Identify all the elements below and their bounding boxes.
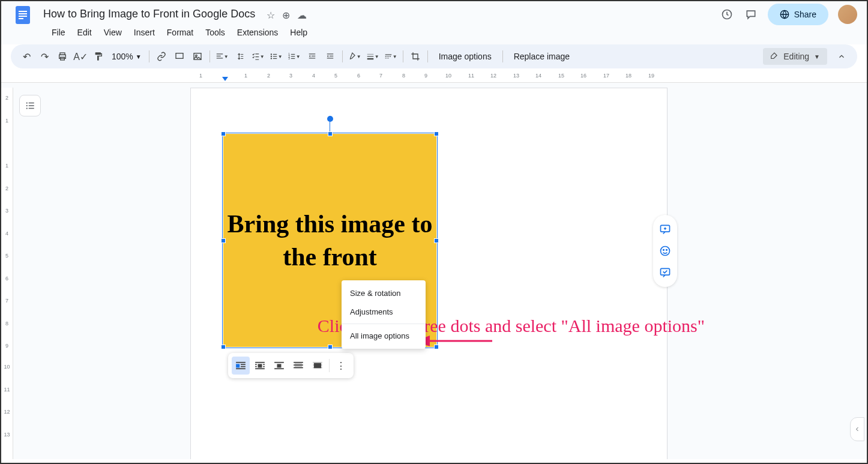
wrap-text-button[interactable] — [251, 357, 269, 375]
emoji-reaction-button[interactable] — [656, 241, 675, 261]
svg-point-74 — [26, 105, 28, 106]
svg-rect-15 — [217, 58, 223, 58]
border-weight-button[interactable]: ▼ — [364, 48, 381, 65]
spellcheck-button[interactable]: A✓ — [72, 48, 89, 65]
doc-title[interactable]: How to Bring Image to Front in Google Do… — [40, 7, 259, 21]
ctx-all-image-options[interactable]: All image options — [342, 327, 426, 345]
bullet-list-button[interactable]: ▼ — [268, 48, 285, 65]
svg-rect-36 — [367, 58, 374, 59]
print-button[interactable] — [54, 48, 71, 65]
menu-insert[interactable]: Insert — [129, 25, 160, 40]
svg-rect-60 — [294, 362, 303, 363]
crop-button[interactable] — [407, 48, 424, 65]
svg-rect-52 — [255, 366, 257, 367]
svg-rect-37 — [385, 55, 392, 55]
border-dash-button[interactable]: ▼ — [382, 48, 399, 65]
undo-button[interactable]: ↶ — [18, 48, 35, 65]
comment-button[interactable] — [171, 48, 188, 65]
svg-rect-0 — [16, 6, 30, 24]
history-icon[interactable] — [720, 7, 734, 22]
svg-rect-51 — [255, 364, 257, 365]
suggest-edits-button[interactable] — [656, 263, 675, 282]
menu-format[interactable]: Format — [162, 25, 198, 40]
resize-handle-mr[interactable] — [434, 238, 439, 243]
link-button[interactable] — [153, 48, 170, 65]
svg-rect-28 — [309, 53, 315, 54]
svg-point-18 — [271, 58, 272, 59]
svg-rect-33 — [327, 58, 333, 58]
resize-handle-bl[interactable] — [221, 345, 226, 349]
svg-rect-29 — [312, 56, 315, 56]
toolbar-expand-button[interactable] — [833, 48, 850, 65]
svg-rect-77 — [29, 105, 34, 106]
move-icon[interactable]: ⊕ — [282, 10, 290, 21]
wrap-break-button[interactable] — [270, 357, 288, 375]
resize-handle-ml[interactable] — [221, 238, 226, 243]
menu-extensions[interactable]: Extensions — [232, 25, 283, 40]
star-icon[interactable]: ☆ — [267, 10, 275, 21]
wrap-front-button[interactable] — [309, 357, 327, 375]
cloud-icon[interactable]: ☁ — [297, 10, 307, 21]
wrap-inline-button[interactable] — [232, 357, 250, 375]
svg-rect-71 — [661, 268, 670, 275]
share-button[interactable]: Share — [768, 4, 828, 25]
svg-rect-54 — [263, 366, 265, 367]
menu-edit[interactable]: Edit — [73, 25, 97, 40]
resize-handle-tr[interactable] — [434, 131, 439, 136]
svg-rect-31 — [327, 53, 333, 54]
resize-handle-tl[interactable] — [221, 131, 226, 136]
docs-logo-icon[interactable] — [11, 2, 35, 26]
svg-rect-13 — [217, 53, 223, 54]
zoom-dropdown[interactable]: 100% ▼ — [108, 52, 145, 61]
horizontal-ruler: 1 1 2 3 4 5 6 7 8 9 10 11 12 13 14 15 16… — [1, 71, 867, 83]
svg-rect-50 — [258, 364, 262, 367]
checklist-button[interactable]: ▼ — [250, 48, 267, 65]
image-options-button[interactable]: Image options — [432, 48, 499, 65]
replace-image-button[interactable]: Replace image — [507, 48, 577, 65]
svg-rect-35 — [367, 56, 374, 56]
svg-point-68 — [661, 247, 670, 256]
wrap-behind-button[interactable] — [289, 357, 307, 375]
paint-format-button[interactable] — [90, 48, 107, 65]
menu-file[interactable]: File — [47, 25, 70, 40]
outline-toggle-button[interactable] — [19, 95, 41, 116]
image-button[interactable] — [189, 48, 206, 65]
svg-rect-42 — [387, 58, 387, 58]
svg-point-70 — [666, 250, 668, 251]
numbered-list-button[interactable]: 123 ▼ — [286, 48, 303, 65]
menu-view[interactable]: View — [99, 25, 127, 40]
side-panel-expand-button[interactable] — [850, 417, 864, 441]
ctx-size-rotation[interactable]: Size & rotation — [342, 284, 426, 303]
menu-help[interactable]: Help — [285, 25, 312, 40]
resize-handle-tm[interactable] — [328, 131, 333, 136]
svg-rect-49 — [255, 362, 265, 363]
redo-button[interactable]: ↷ — [36, 48, 53, 65]
indent-marker[interactable] — [222, 77, 228, 81]
add-comment-button[interactable] — [656, 220, 675, 239]
more-options-button[interactable]: ⋮ — [332, 357, 350, 375]
editing-mode-button[interactable]: Editing ▼ — [763, 48, 827, 65]
menu-tools[interactable]: Tools — [200, 25, 230, 40]
svg-rect-20 — [273, 56, 277, 56]
svg-rect-14 — [217, 56, 221, 56]
comments-icon[interactable] — [744, 7, 758, 22]
rotate-handle[interactable] — [327, 116, 333, 122]
svg-rect-21 — [273, 58, 277, 59]
svg-point-73 — [26, 102, 28, 103]
increase-indent-button[interactable] — [322, 48, 339, 65]
border-color-button[interactable]: ▼ — [346, 48, 363, 65]
svg-point-12 — [195, 55, 197, 56]
user-avatar[interactable] — [838, 5, 857, 24]
line-spacing-button[interactable] — [232, 48, 249, 65]
resize-handle-bm[interactable] — [328, 345, 333, 349]
svg-rect-26 — [291, 56, 295, 56]
align-button[interactable]: ▼ — [214, 48, 231, 65]
svg-rect-19 — [273, 54, 277, 55]
svg-rect-55 — [255, 368, 265, 369]
decrease-indent-button[interactable] — [304, 48, 321, 65]
ctx-adjustments[interactable]: Adjustments — [342, 303, 426, 321]
svg-rect-44 — [236, 362, 246, 363]
svg-rect-56 — [274, 362, 284, 363]
svg-text:3: 3 — [288, 57, 290, 60]
svg-rect-47 — [241, 366, 246, 367]
